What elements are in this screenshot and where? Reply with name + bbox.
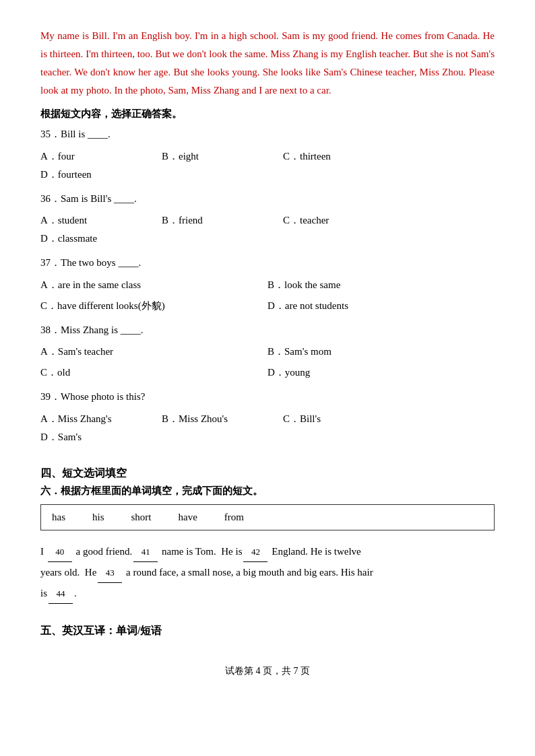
q37-option-b[interactable]: B．look the same <box>268 276 495 294</box>
section5-title: 五、英汉互译：单词/短语 <box>40 624 495 638</box>
q35-stem: 35．Bill is ____. <box>40 126 495 143</box>
q39-option-d[interactable]: D．Sam's <box>40 428 162 446</box>
q37-option-a[interactable]: A．are in the same class <box>40 276 268 294</box>
fill-passage: I 40 a good friend.41 name is Tom. He is… <box>40 541 495 604</box>
question-38: 38．Miss Zhang is ____. A．Sam's teacher B… <box>40 322 495 382</box>
q37-options: A．are in the same class B．look the same <box>40 276 495 294</box>
q37-option-c[interactable]: C．have different looks(外貌) <box>40 297 268 315</box>
word-from: from <box>224 512 244 523</box>
word-his: his <box>92 512 104 523</box>
q35-option-b[interactable]: B．eight <box>162 147 283 166</box>
q35-options: A．four B．eight C．thirteen D．fourteen <box>40 147 495 184</box>
q38-option-a[interactable]: A．Sam's teacher <box>40 343 268 361</box>
q38-option-b[interactable]: B．Sam's mom <box>268 343 495 361</box>
section4-subtitle: 六．根据方框里面的单词填空，完成下面的短文。 <box>40 485 495 497</box>
blank-40[interactable]: 40 <box>48 541 72 562</box>
question-39: 39．Whose photo is this? A．Miss Zhang's B… <box>40 388 495 446</box>
q38-stem: 38．Miss Zhang is ____. <box>40 322 495 339</box>
footer-text: 试卷第 4 页，共 7 页 <box>225 666 310 676</box>
q37-option-d[interactable]: D．are not students <box>268 297 495 315</box>
q39-options: A．Miss Zhang's B．Miss Zhou's C．Bill's D．… <box>40 410 495 446</box>
q36-stem: 36．Sam is Bill's ____. <box>40 191 495 208</box>
blank-42[interactable]: 42 <box>243 541 268 562</box>
blank-41[interactable]: 41 <box>133 541 158 562</box>
section4-title: 四、短文选词填空 <box>40 467 495 481</box>
question-37: 37．The two boys ____. A．are in the same … <box>40 254 495 315</box>
question-35: 35．Bill is ____. A．four B．eight C．thirte… <box>40 126 495 184</box>
q38-option-d[interactable]: D．young <box>268 364 495 382</box>
reading-passage: My name is Bill. I'm an English boy. I'm… <box>40 27 495 100</box>
word-box: has his short have from <box>40 504 495 530</box>
blank-43[interactable]: 43 <box>98 562 122 583</box>
q35-option-c[interactable]: C．thirteen <box>283 147 404 166</box>
q38-option-c[interactable]: C．old <box>40 364 268 382</box>
word-have: have <box>179 512 197 523</box>
q39-option-b[interactable]: B．Miss Zhou's <box>162 410 283 428</box>
page-footer: 试卷第 4 页，共 7 页 <box>40 665 495 677</box>
q39-option-c[interactable]: C．Bill's <box>283 410 404 428</box>
q38-options: A．Sam's teacher B．Sam's mom <box>40 343 495 361</box>
q35-option-a[interactable]: A．four <box>40 147 162 166</box>
word-has: has <box>52 512 65 523</box>
question-36: 36．Sam is Bill's ____. A．student B．frien… <box>40 191 495 248</box>
instruction-text: 根据短文内容，选择正确答案。 <box>40 108 495 121</box>
q36-options: A．student B．friend C．teacher D．classmate <box>40 211 495 248</box>
q39-option-a[interactable]: A．Miss Zhang's <box>40 410 162 428</box>
blank-44[interactable]: 44 <box>49 583 73 604</box>
q37-stem: 37．The two boys ____. <box>40 254 495 272</box>
q39-stem: 39．Whose photo is this? <box>40 388 495 406</box>
q36-option-d[interactable]: D．classmate <box>40 230 162 248</box>
word-short: short <box>131 512 152 523</box>
q36-option-c[interactable]: C．teacher <box>283 211 404 230</box>
q36-option-b[interactable]: B．friend <box>162 211 283 230</box>
q36-option-a[interactable]: A．student <box>40 211 162 230</box>
q35-option-d[interactable]: D．fourteen <box>40 166 162 184</box>
